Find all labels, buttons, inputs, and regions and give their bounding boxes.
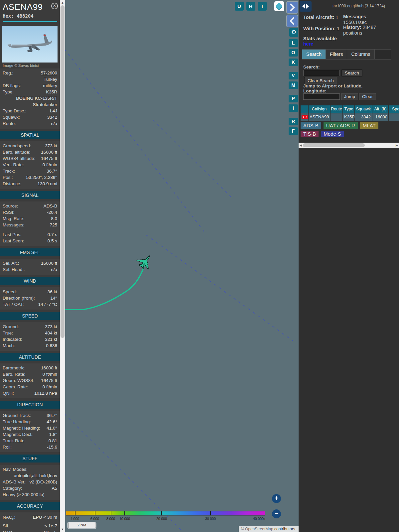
row-label: Messages: [3,222,24,228]
data-row: Groundspeed:373 kt [0,143,60,149]
row-label: Type Desc.: [3,108,26,114]
map-button-m[interactable]: M [289,81,298,89]
row-label: Route: [3,120,16,127]
aircraft-marker[interactable] [135,251,155,271]
row-value: < 10 m/s [40,529,57,532]
data-row: Magnetic Heading:41.0° [0,425,60,431]
map-button-l[interactable]: L [289,39,298,47]
left-panel-scrollbar[interactable]: ▲ ▼ [60,0,65,532]
data-row: Route:n/a [0,120,60,127]
osm-link[interactable]: © OpenStreetMap [241,527,273,531]
jump-label: Jump to Airport or Latitude, Longitude: [303,83,386,93]
map-button-k[interactable]: K [289,59,298,66]
row-label: Nav. Modes: [3,466,28,472]
section-header: STUFF [0,455,60,463]
total-aircraft: Total Aircraft: 1 [303,15,342,20]
row-label: Distance: [3,181,21,187]
row-value: -20.4 [47,209,57,215]
gear-icon: ⚙ [291,29,296,35]
callsign-link[interactable]: ASENA99 [310,114,329,119]
column-header-Squawk[interactable]: Squawk [355,105,372,113]
column-header-Spe[interactable]: Spe [389,105,399,113]
clear-search-button[interactable]: Clear Search [304,77,337,84]
data-row: Reg.:57-2609 [0,70,60,76]
row-value: 8.0 [51,215,57,222]
tab-filters[interactable]: Filters [326,50,347,59]
column-header-Callsign[interactable]: Callsign [309,105,330,113]
panel-width-toggle-button[interactable] [300,1,312,12]
data-row: WGS84 altitude:16475 ft [0,155,60,162]
map-button-p[interactable]: P [289,95,298,102]
legend-tick [161,511,162,515]
section-body: Speed:36 ktDirection (from):14°TAT / OAT… [0,287,60,310]
map-canvas[interactable]: UHT ⚙ LOKVMPIRF + − 4 0006 0008 00010 00… [65,0,299,532]
map-button-r[interactable]: R [289,118,298,125]
data-row: Distance:130.9 nmi [0,181,60,187]
hscrollbar-thumb[interactable] [303,143,365,147]
close-icon[interactable]: ✕ [51,3,58,9]
jump-input[interactable] [303,93,340,100]
expand-right-button[interactable] [286,1,298,14]
row-label: Pos.: [3,174,13,181]
aircraft-list-panel: tar1090 on github (3.14.1724) Total Airc… [299,0,399,532]
map-button-t[interactable]: T [258,2,267,11]
map-button-i[interactable]: I [289,104,298,112]
data-row: Pos.:53.250°, 2.289° [0,174,60,181]
row-label: Ground: [3,324,19,330]
aircraft-photo[interactable] [2,26,58,63]
scroll-down-icon[interactable]: ▼ [60,527,65,532]
scroll-right-icon[interactable]: ▶ [395,143,399,148]
search-input[interactable] [303,70,340,76]
row-label: Sel. Alt.: [3,260,19,266]
data-row: Barometric:16000 ft [0,365,60,371]
legend-label: 10 000 [115,517,135,521]
legend-label: 4 000 [65,517,85,521]
data-row: Type Desc.:L4J [0,108,60,114]
tab-search[interactable]: Search [302,50,326,59]
scroll-left-icon[interactable]: ◀ [299,143,303,148]
row-label: Groundspeed: [3,143,31,149]
map-button-f[interactable]: F [289,127,298,135]
section-body: Reg.:57-2609TurkeyDB flags:militaryType:… [0,68,60,129]
detail-header: ASENA99 ✕ Hex: 4B8204 [0,0,60,22]
scroll-up-icon[interactable]: ▲ [60,0,65,5]
row-label: NACV: [3,529,15,532]
section-body: Ground Track:36.7°True Heading:42.6°Magn… [0,411,60,452]
clear-button[interactable]: Clear [359,93,376,100]
zoom-out-button[interactable]: − [272,509,281,518]
row-label: DB flags: [3,82,21,89]
collapse-left-button[interactable] [286,15,298,27]
settings-button[interactable]: ⚙ [289,28,298,37]
row-value: 373 kt [45,324,57,330]
hex-value: 4B8204 [17,13,34,19]
scrollbar-thumb[interactable] [61,5,65,338]
column-header-Route[interactable]: Route [331,105,342,113]
map-button-u[interactable]: U [235,2,244,11]
row-value: 725 [50,222,57,228]
search-button[interactable]: Search [341,69,362,76]
map-scale: 2 NM [68,522,96,528]
data-row: Baro. Rate:0 ft/min [0,371,60,377]
table-row[interactable]: ★ASENA99K35R334216000 [301,113,399,121]
row-value-link[interactable]: 57-2609 [41,70,57,76]
jump-button[interactable]: Jump [341,93,358,100]
map-button-h[interactable]: H [246,2,255,11]
github-version-link[interactable]: tar1090 on github (3.14.1724) [332,4,385,8]
column-header-icon[interactable] [301,105,308,113]
zoom-in-button[interactable]: + [272,494,281,503]
table-horizontal-scrollbar[interactable]: ◀ ▶ [299,143,399,148]
column-header-Type[interactable]: Type [343,105,354,113]
row-value: 42.6° [47,419,57,425]
layers-button[interactable] [274,1,284,11]
legend-tick [75,511,75,515]
column-header-Alt. (ft)[interactable]: Alt. (ft) [372,105,388,113]
map-button-o[interactable]: O [289,49,298,57]
tab-columns[interactable]: Columns [347,50,374,59]
history-value: 28487 [363,25,376,30]
row-value: Turkey [44,76,57,82]
map-button-v[interactable]: V [289,72,298,79]
stats-here-link[interactable]: here [303,41,314,47]
row-value: 16000 ft [41,260,57,266]
row-value: -0.81 [47,438,57,444]
list-tabs: SearchFiltersColumns [302,49,391,60]
